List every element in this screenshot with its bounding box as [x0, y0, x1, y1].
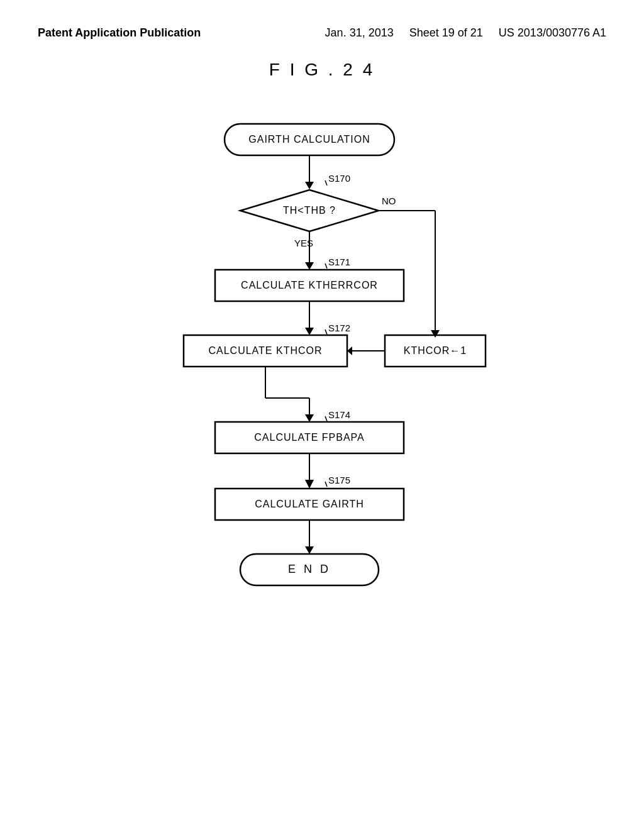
pub-date: Jan. 31, 2013 — [325, 26, 394, 39]
header-left: Patent Application Publication — [38, 25, 201, 41]
header: Patent Application Publication Jan. 31, … — [38, 25, 606, 41]
s170-label: S170 — [328, 173, 350, 184]
sheet-info: Sheet 19 of 21 — [409, 26, 483, 39]
box5-text: CALCULATE GAIRTH — [255, 499, 364, 509]
flowchart-svg: GAIRTH CALCULATION S170 TH<THB ? YES S17… — [133, 111, 511, 709]
publication-title: Patent Application Publication — [38, 26, 201, 39]
figure-title: F I G . 2 4 — [38, 60, 606, 80]
s174-label: S174 — [328, 409, 350, 420]
end-node-text: E N D — [288, 563, 331, 575]
box2-text: CALCULATE KTHCOR — [208, 345, 322, 356]
page: Patent Application Publication Jan. 31, … — [0, 0, 644, 830]
patent-number: US 2013/0030776 A1 — [499, 26, 606, 39]
flowchart-container: GAIRTH CALCULATION S170 TH<THB ? YES S17… — [38, 111, 606, 709]
box3-text: KTHCOR←1 — [404, 345, 467, 356]
s175-label: S175 — [328, 475, 350, 485]
svg-line-28 — [325, 482, 327, 487]
box1-text: CALCULATE KTHERRCOR — [241, 280, 378, 290]
svg-line-3 — [325, 180, 327, 185]
box4-text: CALCULATE FPBAPA — [254, 432, 364, 443]
yes-label: YES — [294, 238, 313, 248]
svg-line-11 — [325, 329, 327, 335]
s171-label: S171 — [328, 257, 350, 267]
diamond-node-text: TH<THB ? — [283, 205, 336, 216]
svg-marker-27 — [305, 480, 314, 489]
svg-marker-23 — [305, 414, 314, 422]
header-right: Jan. 31, 2013 Sheet 19 of 21 US 2013/003… — [325, 25, 606, 41]
svg-marker-10 — [305, 328, 314, 335]
svg-marker-2 — [305, 182, 314, 189]
svg-line-24 — [325, 416, 327, 421]
svg-marker-6 — [305, 262, 314, 270]
s172-label: S172 — [328, 323, 350, 333]
no-label: NO — [382, 196, 396, 206]
svg-line-7 — [325, 263, 327, 268]
start-node-text: GAIRTH CALCULATION — [248, 134, 370, 145]
svg-marker-31 — [305, 546, 314, 554]
